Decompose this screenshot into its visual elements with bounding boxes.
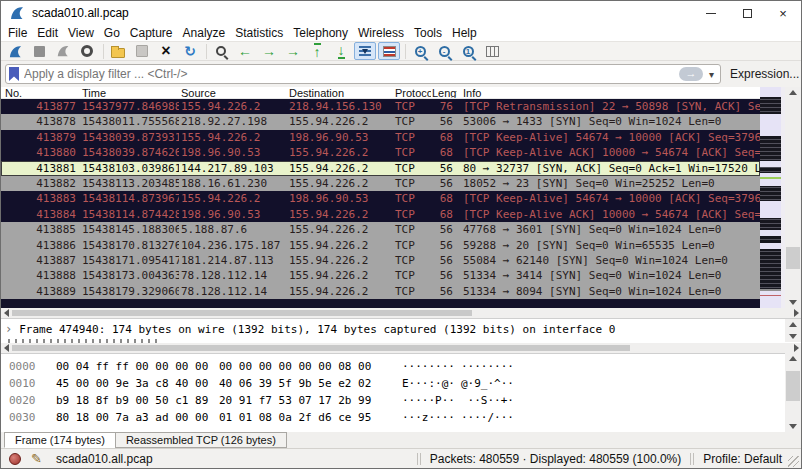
resize-grip[interactable] [788,456,799,467]
column-destination[interactable]: Destination [287,87,393,98]
menu-capture[interactable]: Capture [125,26,178,40]
menu-edit[interactable]: Edit [32,26,63,40]
minimize-button[interactable] [693,1,729,25]
zoom-in-button[interactable]: + [409,42,431,60]
find-packet-button[interactable] [210,42,232,60]
menu-go[interactable]: Go [99,26,125,40]
restart-capture-button[interactable] [52,42,74,60]
table-row[interactable]: 41388615438170.813276104.236.175.187155.… [1,238,760,253]
vscroll-thumb[interactable] [786,247,800,269]
table-row[interactable]: 41388415438114.874428198.96.90.53155.94.… [1,207,760,222]
resize-columns-icon [486,46,499,57]
hex-row[interactable]: 0020b9 18 8f b9 00 50 c1 8920 91 f7 53 0… [1,392,801,409]
menu-file[interactable]: File [3,26,32,40]
column-protocol[interactable]: Protocol [393,87,431,98]
menu-help[interactable]: Help [447,26,482,40]
scroll-up-button[interactable] [785,87,801,98]
stop-capture-button[interactable] [28,42,50,60]
capture-options-button[interactable] [76,42,98,60]
zoom-original-icon: 1 [463,46,474,57]
hex-row[interactable]: 001045 00 00 9e 3a c8 40 0040 06 39 5f 9… [1,375,801,392]
table-row[interactable]: 41387915438039.873931155.94.226.2198.96.… [1,130,760,145]
column-source[interactable]: Source [179,87,287,98]
packet-bytes-pane: 000000 04 ff ff 00 00 00 0000 00 00 00 0… [1,353,801,432]
zoom-out-icon: - [439,46,450,57]
go-first-packet-button[interactable]: ↑ [306,42,328,60]
hex-row[interactable]: 003080 18 00 7a a3 ad 00 0001 01 08 0a 2… [1,409,801,426]
column-no[interactable]: No. [1,87,79,98]
display-filter-input[interactable] [24,67,679,81]
restart-fin-icon [56,44,70,58]
resize-columns-button[interactable] [481,42,503,60]
auto-scroll-button[interactable] [354,42,376,60]
toolbar-separator [405,44,406,59]
back-arrow-icon: ← [238,44,252,58]
menu-analyze[interactable]: Analyze [178,26,231,40]
scroll-left-button[interactable] [1,308,11,318]
table-row[interactable]: 41388715438171.095417181.214.87.113155.9… [1,253,760,268]
table-row-selected[interactable]: 41388115438103.039861144.217.89.103155.9… [1,161,760,176]
table-row[interactable]: 41387815438011.755568218.92.27.198155.94… [1,114,760,129]
hex-row[interactable]: 000000 04 ff ff 00 00 00 0000 00 00 00 0… [1,358,801,375]
start-capture-button[interactable] [4,42,26,60]
zoom-out-button[interactable]: - [433,42,455,60]
table-row[interactable]: 41387715437977.846988155.94.226.2218.94.… [1,99,760,114]
forward-arrow-icon: → [262,44,276,58]
scroll-left-button[interactable] [1,343,11,353]
bookmark-icon[interactable] [9,67,19,81]
scroll-right-button[interactable] [791,343,801,353]
table-row[interactable]: 41388515438145.1883065.188.87.6155.94.22… [1,222,760,237]
profile-label[interactable]: Profile: Default [703,452,782,466]
zoom-original-button[interactable]: 1 [457,42,479,60]
search-icon [216,46,226,56]
table-row[interactable]: 41388915438179.32906078.128.112.14155.94… [1,284,760,299]
close-file-button[interactable]: × [155,42,177,60]
expander-chevron-icon[interactable]: › [5,322,12,336]
menu-telephony[interactable]: Telephony [288,26,353,40]
go-back-button[interactable]: ← [234,42,256,60]
tab-frame[interactable]: Frame (174 bytes) [4,432,116,448]
details-scroll-down-button[interactable] [785,331,801,342]
expression-button[interactable]: Expression... [721,67,802,81]
save-file-button[interactable] [131,42,153,60]
hscroll-thumb[interactable] [12,310,472,316]
table-row[interactable]: 41388815438173.00436378.128.112.14155.94… [1,268,760,283]
open-file-button[interactable] [107,42,129,60]
go-to-packet-button[interactable]: → [282,42,304,60]
tab-reassembled-tcp[interactable]: Reassembled TCP (126 bytes) [115,432,287,448]
details-scroll-up-button[interactable] [785,319,801,330]
frame-detail-row[interactable]: › Frame 474940: 174 bytes on wire (1392 … [5,322,615,336]
reload-file-button[interactable]: ↻ [179,42,201,60]
scroll-down-button[interactable] [785,297,801,308]
hscroll-thumb[interactable] [12,345,630,351]
capture-comment-icon[interactable]: ✎ [31,451,42,466]
vscroll-thumb[interactable] [786,371,800,401]
menu-statistics[interactable]: Statistics [230,26,288,40]
save-icon [136,45,148,57]
table-row[interactable]: 41388215438113.203485188.16.61.230155.94… [1,176,760,191]
table-row[interactable]: 41388315438114.873967155.94.226.2198.96.… [1,191,760,206]
scroll-up-button[interactable] [785,353,801,364]
colorize-button[interactable] [378,42,400,60]
maximize-button[interactable] [729,1,765,25]
go-last-packet-button[interactable]: ↓ [330,42,352,60]
column-length[interactable]: Lengt [431,87,457,98]
menu-view[interactable]: View [63,26,99,40]
apply-filter-button[interactable]: → [679,67,703,81]
status-separator [417,453,421,465]
packet-list-hscrollbar [1,308,801,318]
filter-history-caret-icon[interactable]: ▾ [706,69,717,80]
close-button[interactable]: × [765,1,801,25]
reload-icon: ↻ [184,44,196,58]
table-row[interactable]: 41388015438039.874626198.96.90.53155.94.… [1,145,760,160]
menu-tools[interactable]: Tools [409,26,447,40]
scroll-right-button[interactable] [791,308,801,318]
expert-info-icon[interactable] [9,453,21,465]
menu-wireless[interactable]: Wireless [353,26,409,40]
intelligent-scrollbar-minimap[interactable] [760,87,781,308]
column-info[interactable]: Info [457,87,760,98]
column-time[interactable]: Time [79,87,179,98]
scroll-down-button[interactable] [785,421,801,432]
go-forward-button[interactable]: → [258,42,280,60]
window-title: scada010.all.pcap [32,6,129,20]
